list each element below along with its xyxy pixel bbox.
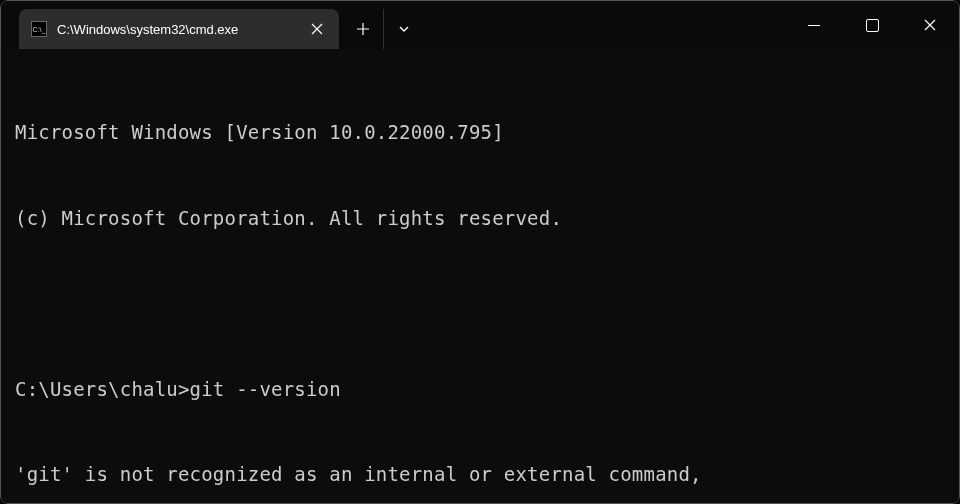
- prompt-line: C:\Users\chalu>git --version: [15, 375, 945, 404]
- terminal-window: C:\_ C:\Windows\system32\cmd.exe Microso…: [1, 1, 959, 503]
- titlebar: C:\_ C:\Windows\system32\cmd.exe: [1, 1, 959, 49]
- close-window-button[interactable]: [901, 1, 959, 49]
- terminal-output[interactable]: Microsoft Windows [Version 10.0.22000.79…: [1, 49, 959, 503]
- new-tab-button[interactable]: [343, 9, 383, 49]
- tab-title: C:\Windows\system32\cmd.exe: [57, 22, 295, 37]
- maximize-button[interactable]: [843, 1, 901, 49]
- output-line: Microsoft Windows [Version 10.0.22000.79…: [15, 118, 945, 147]
- cmd-icon: C:\_: [31, 21, 47, 37]
- command-text: git --version: [190, 375, 341, 404]
- minimize-button[interactable]: [785, 1, 843, 49]
- plus-icon: [356, 22, 370, 36]
- window-controls: [785, 1, 959, 49]
- output-line: (c) Microsoft Corporation. All rights re…: [15, 204, 945, 233]
- tab-active[interactable]: C:\_ C:\Windows\system32\cmd.exe: [19, 9, 339, 49]
- chevron-down-icon: [398, 23, 410, 35]
- close-icon: [311, 23, 323, 35]
- tab-dropdown-button[interactable]: [383, 9, 423, 49]
- prompt: C:\Users\chalu>: [15, 375, 190, 404]
- close-icon: [924, 19, 936, 31]
- output-line: [15, 289, 945, 318]
- tab-close-button[interactable]: [305, 17, 329, 41]
- tab-actions: [343, 9, 423, 49]
- output-line: 'git' is not recognized as an internal o…: [15, 460, 945, 489]
